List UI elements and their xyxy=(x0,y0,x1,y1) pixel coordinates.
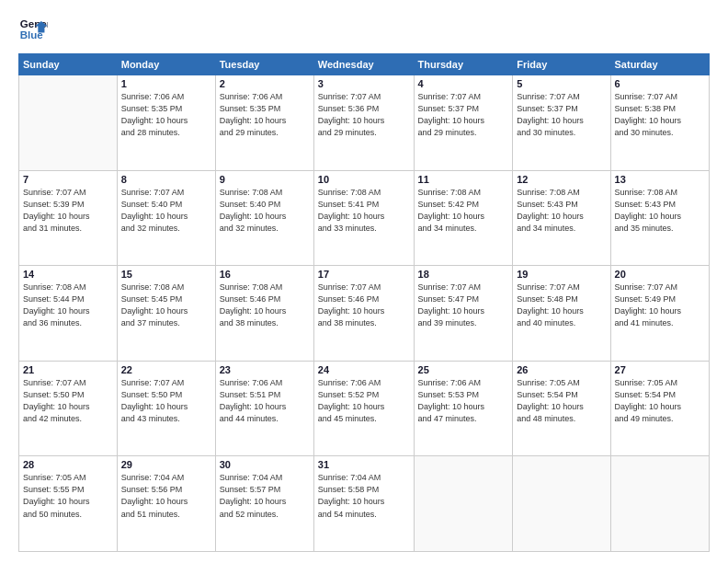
day-number: 18 xyxy=(418,269,509,280)
calendar-cell: 6Sunrise: 7:07 AMSunset: 5:38 PMDaylight… xyxy=(610,75,709,171)
day-info: Sunrise: 7:07 AMSunset: 5:37 PMDaylight:… xyxy=(418,91,509,139)
weekday-header-wednesday: Wednesday xyxy=(313,54,414,75)
calendar-cell: 17Sunrise: 7:07 AMSunset: 5:46 PMDayligh… xyxy=(313,266,414,362)
weekday-header-saturday: Saturday xyxy=(610,54,709,75)
day-info: Sunrise: 7:06 AMSunset: 5:35 PMDaylight:… xyxy=(220,91,310,139)
calendar-table: SundayMondayTuesdayWednesdayThursdayFrid… xyxy=(18,53,710,552)
calendar-cell: 20Sunrise: 7:07 AMSunset: 5:49 PMDayligh… xyxy=(610,266,709,362)
day-number: 27 xyxy=(615,364,705,375)
day-info: Sunrise: 7:08 AMSunset: 5:44 PMDaylight:… xyxy=(23,282,113,329)
calendar-cell xyxy=(414,456,513,552)
calendar-cell: 5Sunrise: 7:07 AMSunset: 5:37 PMDaylight… xyxy=(513,75,610,171)
calendar-cell: 22Sunrise: 7:07 AMSunset: 5:50 PMDayligh… xyxy=(117,361,215,456)
day-number: 11 xyxy=(418,174,509,185)
day-number: 19 xyxy=(517,269,606,280)
calendar-cell: 16Sunrise: 7:08 AMSunset: 5:46 PMDayligh… xyxy=(215,266,313,362)
calendar-cell: 29Sunrise: 7:04 AMSunset: 5:56 PMDayligh… xyxy=(117,456,215,552)
logo: General Blue xyxy=(18,15,48,44)
calendar-cell: 12Sunrise: 7:08 AMSunset: 5:43 PMDayligh… xyxy=(513,170,610,266)
day-number: 4 xyxy=(418,78,509,89)
week-row-1: 1Sunrise: 7:06 AMSunset: 5:35 PMDaylight… xyxy=(19,75,710,171)
week-row-3: 14Sunrise: 7:08 AMSunset: 5:44 PMDayligh… xyxy=(19,266,710,362)
day-number: 20 xyxy=(615,269,705,280)
header: General Blue xyxy=(18,15,710,44)
day-info: Sunrise: 7:04 AMSunset: 5:56 PMDaylight:… xyxy=(121,472,211,520)
day-info: Sunrise: 7:05 AMSunset: 5:55 PMDaylight:… xyxy=(23,472,113,520)
day-info: Sunrise: 7:07 AMSunset: 5:36 PMDaylight:… xyxy=(318,91,410,139)
day-number: 1 xyxy=(121,78,211,89)
calendar-cell: 11Sunrise: 7:08 AMSunset: 5:42 PMDayligh… xyxy=(414,170,513,266)
day-info: Sunrise: 7:06 AMSunset: 5:51 PMDaylight:… xyxy=(220,377,310,425)
day-number: 21 xyxy=(23,364,113,375)
day-info: Sunrise: 7:06 AMSunset: 5:35 PMDaylight:… xyxy=(121,91,211,139)
day-number: 17 xyxy=(318,269,410,280)
day-number: 5 xyxy=(517,78,606,89)
calendar-cell: 25Sunrise: 7:06 AMSunset: 5:53 PMDayligh… xyxy=(414,361,513,456)
calendar-cell: 2Sunrise: 7:06 AMSunset: 5:35 PMDaylight… xyxy=(215,75,313,171)
calendar-cell: 10Sunrise: 7:08 AMSunset: 5:41 PMDayligh… xyxy=(313,170,414,266)
day-info: Sunrise: 7:08 AMSunset: 5:45 PMDaylight:… xyxy=(121,282,211,329)
day-number: 16 xyxy=(220,269,310,280)
day-number: 10 xyxy=(318,174,410,185)
day-info: Sunrise: 7:05 AMSunset: 5:54 PMDaylight:… xyxy=(615,377,705,425)
day-number: 24 xyxy=(318,364,410,375)
day-number: 23 xyxy=(220,364,310,375)
day-info: Sunrise: 7:05 AMSunset: 5:54 PMDaylight:… xyxy=(517,377,606,425)
day-info: Sunrise: 7:04 AMSunset: 5:57 PMDaylight:… xyxy=(220,472,310,520)
day-number: 31 xyxy=(318,459,410,470)
page: General Blue SundayMondayTuesdayWednesda… xyxy=(0,0,728,563)
calendar-cell: 26Sunrise: 7:05 AMSunset: 5:54 PMDayligh… xyxy=(513,361,610,456)
week-row-5: 28Sunrise: 7:05 AMSunset: 5:55 PMDayligh… xyxy=(19,456,710,552)
weekday-header-monday: Monday xyxy=(117,54,215,75)
day-info: Sunrise: 7:08 AMSunset: 5:43 PMDaylight:… xyxy=(615,187,705,235)
weekday-header-friday: Friday xyxy=(513,54,610,75)
day-number: 22 xyxy=(121,364,211,375)
day-info: Sunrise: 7:07 AMSunset: 5:46 PMDaylight:… xyxy=(318,282,410,329)
day-info: Sunrise: 7:08 AMSunset: 5:46 PMDaylight:… xyxy=(220,282,310,329)
day-info: Sunrise: 7:08 AMSunset: 5:40 PMDaylight:… xyxy=(220,187,310,235)
calendar-cell: 24Sunrise: 7:06 AMSunset: 5:52 PMDayligh… xyxy=(313,361,414,456)
calendar-cell xyxy=(610,456,709,552)
week-row-2: 7Sunrise: 7:07 AMSunset: 5:39 PMDaylight… xyxy=(19,170,710,266)
day-number: 29 xyxy=(121,459,211,470)
logo-icon: General Blue xyxy=(18,15,48,44)
day-info: Sunrise: 7:07 AMSunset: 5:48 PMDaylight:… xyxy=(517,282,606,329)
weekday-header-tuesday: Tuesday xyxy=(215,54,313,75)
day-number: 2 xyxy=(220,78,310,89)
day-info: Sunrise: 7:08 AMSunset: 5:41 PMDaylight:… xyxy=(318,187,410,235)
day-info: Sunrise: 7:07 AMSunset: 5:40 PMDaylight:… xyxy=(121,187,211,235)
calendar-cell: 7Sunrise: 7:07 AMSunset: 5:39 PMDaylight… xyxy=(19,170,118,266)
day-info: Sunrise: 7:07 AMSunset: 5:50 PMDaylight:… xyxy=(121,377,211,425)
day-info: Sunrise: 7:06 AMSunset: 5:52 PMDaylight:… xyxy=(318,377,410,425)
calendar-cell: 28Sunrise: 7:05 AMSunset: 5:55 PMDayligh… xyxy=(19,456,118,552)
week-row-4: 21Sunrise: 7:07 AMSunset: 5:50 PMDayligh… xyxy=(19,361,710,456)
day-info: Sunrise: 7:06 AMSunset: 5:53 PMDaylight:… xyxy=(418,377,509,425)
calendar-cell: 18Sunrise: 7:07 AMSunset: 5:47 PMDayligh… xyxy=(414,266,513,362)
day-number: 30 xyxy=(220,459,310,470)
day-number: 13 xyxy=(615,174,705,185)
calendar-cell xyxy=(513,456,610,552)
day-number: 3 xyxy=(318,78,410,89)
day-info: Sunrise: 7:07 AMSunset: 5:47 PMDaylight:… xyxy=(418,282,509,329)
calendar-cell: 13Sunrise: 7:08 AMSunset: 5:43 PMDayligh… xyxy=(610,170,709,266)
calendar-cell: 31Sunrise: 7:04 AMSunset: 5:58 PMDayligh… xyxy=(313,456,414,552)
calendar-cell: 14Sunrise: 7:08 AMSunset: 5:44 PMDayligh… xyxy=(19,266,118,362)
day-number: 25 xyxy=(418,364,509,375)
day-number: 9 xyxy=(220,174,310,185)
day-info: Sunrise: 7:07 AMSunset: 5:38 PMDaylight:… xyxy=(615,91,705,139)
calendar-cell: 15Sunrise: 7:08 AMSunset: 5:45 PMDayligh… xyxy=(117,266,215,362)
day-info: Sunrise: 7:08 AMSunset: 5:43 PMDaylight:… xyxy=(517,187,606,235)
day-info: Sunrise: 7:07 AMSunset: 5:37 PMDaylight:… xyxy=(517,91,606,139)
day-number: 6 xyxy=(615,78,705,89)
day-number: 15 xyxy=(121,269,211,280)
day-number: 7 xyxy=(23,174,113,185)
day-info: Sunrise: 7:07 AMSunset: 5:39 PMDaylight:… xyxy=(23,187,113,235)
calendar-cell: 4Sunrise: 7:07 AMSunset: 5:37 PMDaylight… xyxy=(414,75,513,171)
day-info: Sunrise: 7:04 AMSunset: 5:58 PMDaylight:… xyxy=(318,472,410,520)
calendar-cell: 19Sunrise: 7:07 AMSunset: 5:48 PMDayligh… xyxy=(513,266,610,362)
day-info: Sunrise: 7:08 AMSunset: 5:42 PMDaylight:… xyxy=(418,187,509,235)
day-number: 26 xyxy=(517,364,606,375)
calendar-cell: 8Sunrise: 7:07 AMSunset: 5:40 PMDaylight… xyxy=(117,170,215,266)
calendar-cell xyxy=(19,75,118,171)
day-number: 8 xyxy=(121,174,211,185)
